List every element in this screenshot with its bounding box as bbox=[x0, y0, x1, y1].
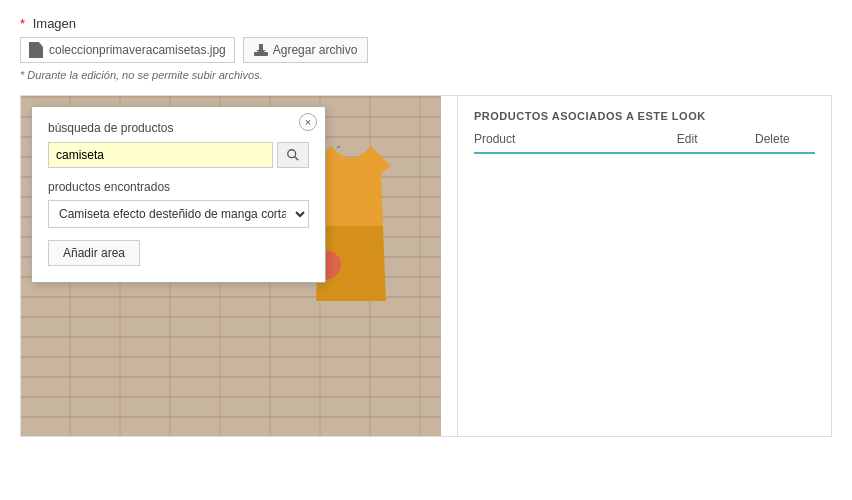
label-text: Imagen bbox=[33, 16, 76, 31]
search-button[interactable] bbox=[277, 142, 309, 168]
popup-dialog: × búsqueda de productos productos encont… bbox=[31, 106, 326, 283]
image-area[interactable]: × búsqueda de productos productos encont… bbox=[21, 96, 441, 436]
svg-line-1 bbox=[337, 146, 351, 148]
search-row bbox=[48, 142, 309, 168]
file-name-text: coleccionprimaveracamisetas.jpg bbox=[49, 43, 226, 57]
popup-close-button[interactable]: × bbox=[299, 113, 317, 131]
product-select[interactable]: Camiseta efecto desteñido de manga corta bbox=[48, 200, 309, 228]
right-panel: PRODUCTOS ASOCIADOS A ESTE LOOK Product … bbox=[457, 96, 831, 436]
close-symbol: × bbox=[305, 116, 311, 128]
svg-line-3 bbox=[295, 157, 299, 161]
panel-title: PRODUCTOS ASOCIADOS A ESTE LOOK bbox=[474, 110, 815, 122]
file-row: coleccionprimaveracamisetas.jpg Agregar … bbox=[20, 37, 832, 63]
add-file-button[interactable]: Agregar archivo bbox=[243, 37, 369, 63]
main-area: × búsqueda de productos productos encont… bbox=[20, 95, 832, 437]
add-area-label: Añadir area bbox=[63, 246, 125, 260]
upload-note: * Durante la edición, no se permite subi… bbox=[20, 69, 832, 81]
col-edit-header: Edit bbox=[645, 132, 730, 146]
add-area-button[interactable]: Añadir area bbox=[48, 240, 140, 266]
add-file-label: Agregar archivo bbox=[273, 43, 358, 57]
upload-icon bbox=[254, 44, 268, 56]
col-product-header: Product bbox=[474, 132, 645, 146]
search-icon bbox=[286, 148, 300, 162]
file-icon bbox=[29, 42, 43, 58]
imagen-label: * Imagen bbox=[20, 16, 832, 31]
search-input[interactable] bbox=[48, 142, 273, 168]
table-header: Product Edit Delete bbox=[474, 132, 815, 154]
found-label: productos encontrados bbox=[48, 180, 309, 194]
search-label: búsqueda de productos bbox=[48, 121, 309, 135]
page-wrapper: * Imagen coleccionprimaveracamisetas.jpg… bbox=[0, 0, 852, 500]
col-delete-header: Delete bbox=[730, 132, 815, 146]
file-name-box: coleccionprimaveracamisetas.jpg bbox=[20, 37, 235, 63]
required-star: * bbox=[20, 16, 25, 31]
svg-point-2 bbox=[288, 150, 296, 158]
